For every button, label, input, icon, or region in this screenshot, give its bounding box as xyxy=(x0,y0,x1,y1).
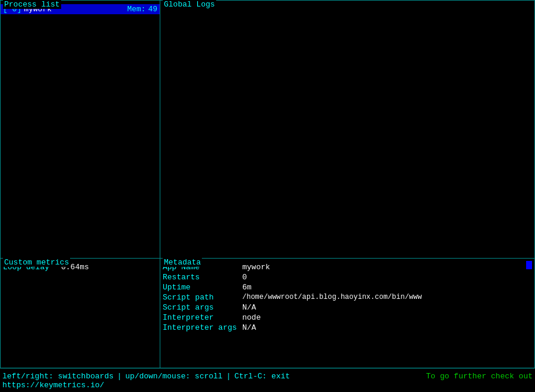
status-scroll: up/down/mouse: scroll xyxy=(125,372,223,381)
status-link[interactable]: https://keymetrics.io/ xyxy=(2,381,105,390)
status-line-2: https://keymetrics.io/ xyxy=(2,381,533,390)
global-logs-content xyxy=(160,1,534,258)
metadata-value-5: node xyxy=(242,313,261,322)
status-right-text: To go further check out xyxy=(426,372,533,381)
metadata-row-3: Script path /home/wwwroot/api.blog.haoyi… xyxy=(163,292,532,302)
metadata-key-2: Uptime xyxy=(163,283,240,292)
bottom-row: Custom metrics Loop delay 0.64ms Metadat… xyxy=(0,259,535,368)
metadata-content: App Name mywork Restarts 0 Uptime 6m Scr… xyxy=(160,259,534,368)
metadata-indicator xyxy=(526,261,532,269)
process-list-content: [ 0] mywork Mem: 49 xyxy=(1,1,160,258)
global-logs-title: Global Logs xyxy=(163,0,216,9)
custom-metrics-panel: Custom metrics Loop delay 0.64ms xyxy=(0,259,160,368)
metadata-value-6: N/A xyxy=(242,323,256,332)
process-list-panel: Process list [ 0] mywork Mem: 49 xyxy=(0,0,160,259)
process-mem-label: Mem: xyxy=(127,5,145,14)
status-further: go further check out xyxy=(440,372,533,381)
metadata-row-2: Uptime 6m xyxy=(163,282,532,292)
metadata-panel: Metadata App Name mywork Restarts 0 Upti… xyxy=(160,259,535,368)
metadata-key-3: Script path xyxy=(163,293,240,302)
status-left-right: left/right: switch xyxy=(2,372,86,381)
metadata-key-6: Interpreter args xyxy=(163,323,240,332)
status-sep-1: | xyxy=(117,372,122,381)
global-logs-panel: Global Logs xyxy=(160,0,535,259)
metadata-row-1: Restarts 0 xyxy=(163,272,532,282)
metadata-value-0: mywork xyxy=(242,263,270,272)
status-bar: left/right: switch boards | up/down/mous… xyxy=(0,368,535,392)
metadata-row-0: App Name mywork xyxy=(163,262,532,272)
metadata-value-4: N/A xyxy=(242,303,256,312)
top-row: Process list [ 0] mywork Mem: 49 Global … xyxy=(0,0,535,259)
process-mem-value: 49 xyxy=(148,5,157,14)
status-exit: Ctrl-C: exit xyxy=(235,372,290,381)
status-sep-2: | xyxy=(226,372,231,381)
screen: Process list [ 0] mywork Mem: 49 Global … xyxy=(0,0,535,392)
metadata-key-5: Interpreter xyxy=(163,313,240,322)
metadata-row-5: Interpreter node xyxy=(163,313,532,323)
metadata-key-4: Script args xyxy=(163,303,240,312)
metadata-value-3: /home/wwwroot/api.blog.haoyinx.com/bin/w… xyxy=(242,293,422,302)
custom-metrics-title: Custom metrics xyxy=(3,258,70,267)
metadata-title: Metadata xyxy=(163,258,202,267)
status-line-1: left/right: switch boards | up/down/mous… xyxy=(2,372,533,381)
status-to: To xyxy=(426,372,436,381)
metadata-key-1: Restarts xyxy=(163,273,240,282)
metadata-row-4: Script args N/A xyxy=(163,302,532,313)
metadata-row-6: Interpreter args N/A xyxy=(163,323,532,333)
metadata-value-2: 6m xyxy=(242,283,252,292)
metadata-value-1: 0 xyxy=(242,273,247,282)
process-list-title: Process list xyxy=(3,0,61,9)
status-boards: boards xyxy=(86,372,113,381)
